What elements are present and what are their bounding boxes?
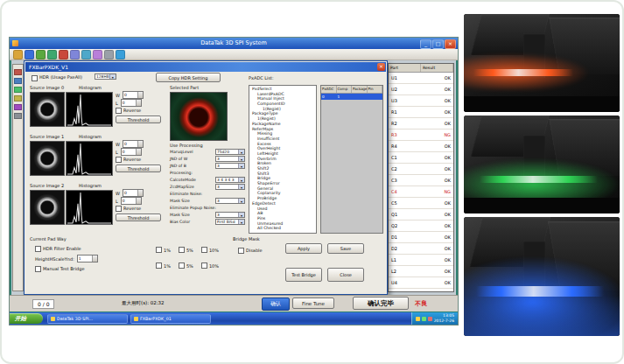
w-spinner[interactable]: 0: [123, 189, 144, 197]
toolbar-icon[interactable]: [81, 50, 91, 60]
dialog-close-icon[interactable]: ×: [377, 63, 385, 71]
processing-dropdown[interactable]: First BiSd: [215, 219, 245, 225]
table-row[interactable]: R1 OK: [389, 107, 453, 118]
bridge-mask-disable-row: Disable: [238, 247, 263, 254]
threshold-button[interactable]: Threshold: [116, 214, 161, 221]
pct5-checkbox[interactable]: [179, 247, 185, 253]
part-id: U5: [391, 289, 397, 292]
toolbar-icon[interactable]: [70, 50, 80, 60]
table-row[interactable]: C3 OK: [389, 175, 453, 186]
pct5-checkbox-2[interactable]: [179, 262, 185, 269]
toolbar-icon[interactable]: [25, 50, 34, 60]
table-row[interactable]: D2 OK: [389, 243, 453, 255]
reverse-checkbox[interactable]: [116, 206, 122, 212]
part-id: Q2: [391, 220, 397, 231]
close-button[interactable]: ×: [445, 39, 456, 49]
processing-row: Processing:: [170, 169, 245, 176]
left-panel-icon[interactable]: [14, 69, 22, 75]
left-panel-icon[interactable]: [14, 104, 22, 110]
height-scale-spinner[interactable]: 1: [77, 255, 98, 262]
left-panel-icon[interactable]: [14, 95, 22, 102]
processing-dropdown[interactable]: 3: [215, 198, 245, 204]
toolbar-icon[interactable]: [13, 50, 23, 60]
maximize-button[interactable]: □: [432, 39, 444, 49]
toolbar-icon[interactable]: [36, 50, 46, 60]
table-row[interactable]: L2 OK: [389, 266, 453, 277]
hdr-checkbox[interactable]: [32, 75, 38, 81]
start-button[interactable]: 开始: [10, 313, 43, 324]
tray-icon-3[interactable]: [428, 317, 432, 321]
processing-dropdown[interactable]: 75d20: [215, 149, 245, 155]
left-panel-icon[interactable]: [14, 113, 22, 119]
processing-dropdown[interactable]: 3: [215, 163, 245, 169]
part-id: R4: [391, 141, 397, 151]
table-row[interactable]: R2 OK: [389, 118, 453, 130]
pct10-checkbox[interactable]: [201, 247, 207, 253]
confirm-button[interactable]: 确认: [262, 298, 290, 311]
table-row[interactable]: C1 OK: [389, 152, 453, 164]
processing-dropdown[interactable]: 3 4 3 4 3: [215, 177, 245, 183]
apply-button[interactable]: Apply: [285, 243, 322, 254]
l-spinner[interactable]: 0: [121, 197, 142, 205]
reverse-checkbox[interactable]: [116, 108, 122, 114]
source-image-block: Source Image 2 Histogram W 0: [28, 183, 168, 232]
close-dialog-button[interactable]: Close: [327, 268, 364, 282]
save-button[interactable]: Save: [327, 243, 364, 254]
taskbar-item-spi[interactable]: DataTak 3D SPI...: [47, 314, 128, 324]
threshold-button[interactable]: Threshold: [116, 164, 161, 172]
l-spinner[interactable]: 0: [121, 148, 142, 156]
inspection-results-table: Part Result U1 OK U2 OK: [388, 63, 454, 292]
listbox-selected-row[interactable]: 0 1: [321, 94, 382, 100]
l-spinner[interactable]: 0: [121, 99, 142, 107]
table-row[interactable]: U1 OK: [389, 73, 453, 84]
table-row[interactable]: C5 OK: [389, 198, 453, 209]
toolbar-icon[interactable]: [93, 50, 102, 60]
pct10-checkbox-2[interactable]: [201, 262, 207, 269]
hdr-filter-checkbox[interactable]: [35, 246, 41, 252]
toolbar-icon[interactable]: [116, 50, 125, 60]
fine-tune-button[interactable]: Fine Tune: [292, 298, 334, 309]
table-row[interactable]: C4 NG: [389, 186, 453, 198]
disable-checkbox[interactable]: [238, 248, 244, 254]
confirm-complete-button[interactable]: 确认完毕: [353, 297, 409, 310]
left-panel-icon[interactable]: [14, 87, 22, 93]
lit-pcb-strip: [480, 176, 598, 183]
table-row[interactable]: U3 OK: [389, 95, 453, 107]
listbox-header-pin: Pin: [368, 86, 383, 93]
pct1-checkbox[interactable]: [156, 247, 162, 253]
table-row[interactable]: L1 OK: [389, 255, 453, 266]
copy-hdr-setting-button[interactable]: Copy HDR Setting: [156, 73, 221, 82]
table-row[interactable]: U4 OK: [389, 277, 453, 289]
table-row[interactable]: Q2 OK: [389, 220, 453, 232]
threshold-button[interactable]: Threshold: [116, 116, 161, 123]
minimize-button[interactable]: _: [420, 39, 431, 49]
tray-icon-1[interactable]: [416, 317, 420, 321]
processing-dropdown[interactable]: 3: [215, 156, 245, 162]
tree-item[interactable]: All Checked: [249, 226, 316, 231]
table-row[interactable]: D1 OK: [389, 232, 453, 243]
table-row[interactable]: C2 OK: [389, 164, 453, 175]
table-row[interactable]: U5 OK: [389, 289, 453, 292]
toolbar-icon[interactable]: [59, 50, 68, 60]
table-row[interactable]: U2 OK: [389, 84, 453, 95]
toolbar-icon[interactable]: [104, 50, 114, 60]
histogram-plot: [66, 92, 113, 127]
table-row[interactable]: R4 OK: [389, 141, 453, 152]
w-spinner[interactable]: 0: [123, 91, 144, 99]
left-panel-icon[interactable]: [14, 78, 22, 84]
manual-test-checkbox[interactable]: [35, 266, 41, 272]
w-spinner[interactable]: 0: [123, 140, 144, 148]
pct1-checkbox-2[interactable]: [156, 262, 162, 269]
taskbar-item-dialog[interactable]: FXBarPXDK_01: [130, 314, 211, 324]
tray-icon-2[interactable]: [422, 317, 426, 321]
processing-dropdown[interactable]: 3: [215, 212, 245, 218]
toolbar-icon[interactable]: [47, 50, 57, 60]
hdr-mode-dropdown[interactable]: 128HB: [95, 74, 116, 80]
dialog-titlebar[interactable]: FXBarPXDK_V1 ×: [25, 62, 386, 72]
test-bridge-button[interactable]: Test Bridge: [285, 268, 322, 282]
table-row[interactable]: Q1 OK: [389, 209, 453, 220]
processing-dropdown[interactable]: 3: [215, 184, 245, 190]
reverse-checkbox[interactable]: [116, 157, 122, 163]
table-row[interactable]: R3 NG: [389, 130, 453, 141]
processing-column: Selected Part Use Processing MaruqLevel …: [170, 85, 245, 225]
